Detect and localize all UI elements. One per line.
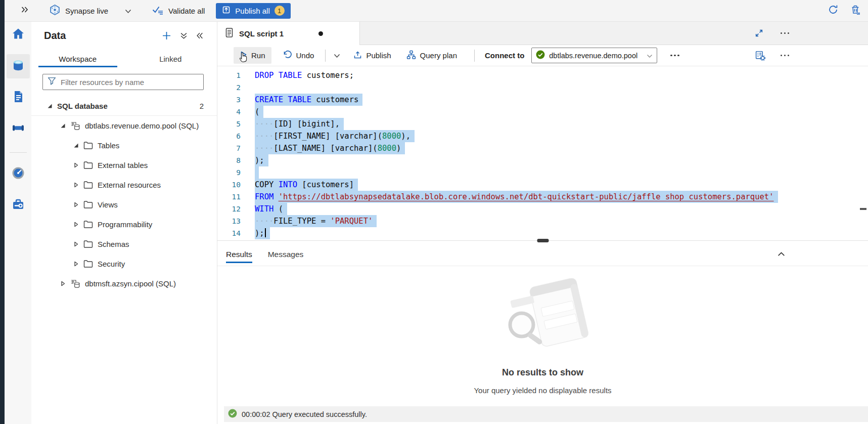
- run-options-chevron-button[interactable]: [331, 48, 343, 63]
- code-line[interactable]: 4(: [217, 106, 868, 118]
- tree-item-dbtlabs-revenue-demo-pool-sql[interactable]: dbtlabs.revenue.demo.pool (SQL): [31, 116, 217, 136]
- code-line-content[interactable]: (: [255, 106, 263, 118]
- code-line-content[interactable]: ····FILE_TYPE = 'PARQUET': [255, 215, 377, 227]
- tab-more-actions-button[interactable]: [776, 28, 794, 38]
- activity-item-integrate[interactable]: [7, 117, 30, 141]
- activity-item-develop[interactable]: [7, 86, 30, 110]
- tree-item-dbtmsft-azsyn-cipool-sql[interactable]: dbtmsft.azsyn.cipool (SQL): [31, 274, 217, 293]
- code-line[interactable]: 9: [217, 166, 868, 179]
- line-number[interactable]: 14: [217, 227, 241, 239]
- code-line-content[interactable]: [255, 166, 259, 179]
- line-number[interactable]: 13: [217, 215, 241, 227]
- line-number[interactable]: 4: [217, 106, 241, 118]
- code-line-content[interactable]: WITH (: [255, 203, 287, 215]
- expanded-twisty-icon[interactable]: [73, 143, 79, 148]
- tree-item-external-resources[interactable]: External resources: [31, 175, 217, 195]
- code-line-content[interactable]: ····[LAST_NAME] [varchar](8000): [255, 142, 405, 154]
- code-line-content[interactable]: );: [255, 227, 270, 239]
- code-line[interactable]: 14);: [217, 227, 868, 239]
- tab-sql-script-1[interactable]: SQL script 1: [217, 22, 360, 45]
- tab-messages[interactable]: Messages: [268, 243, 304, 266]
- tree-item-views[interactable]: Views: [31, 195, 217, 215]
- tree-item-security[interactable]: Security: [31, 254, 217, 274]
- tab-linked[interactable]: Linked: [124, 50, 217, 67]
- tab-results[interactable]: Results: [226, 243, 252, 266]
- tab-workspace[interactable]: Workspace: [31, 50, 124, 67]
- code-line[interactable]: 13····FILE_TYPE = 'PARQUET': [217, 215, 868, 227]
- query-plan-button[interactable]: Query plan: [400, 47, 463, 65]
- activity-item-data[interactable]: [7, 54, 30, 78]
- code-line-content[interactable]: ····[FIRST_NAME] [varchar](8000),: [255, 130, 415, 142]
- filter-resources-input[interactable]: [61, 78, 199, 87]
- tree-item-schemas[interactable]: Schemas: [31, 234, 217, 254]
- line-number[interactable]: 6: [217, 130, 241, 142]
- synapse-live-dropdown[interactable]: Synapse live: [49, 4, 131, 17]
- code-line-content[interactable]: COPY INTO [customers]: [255, 179, 358, 191]
- discard-all-button[interactable]: [848, 3, 863, 18]
- line-number[interactable]: 7: [217, 142, 241, 154]
- code-line-content[interactable]: ····[ID] [bigint],: [255, 118, 344, 130]
- line-number[interactable]: 9: [217, 166, 241, 179]
- code-line[interactable]: 5····[ID] [bigint],: [217, 118, 868, 130]
- code-line-content[interactable]: );: [255, 154, 268, 166]
- code-line-content[interactable]: FROM 'https://dbtlabsynapsedatalake.blob…: [255, 191, 778, 203]
- activity-item-home[interactable]: [7, 23, 30, 47]
- tree-item-programmability[interactable]: Programmability: [31, 215, 217, 234]
- collapsed-twisty-icon[interactable]: [60, 281, 66, 286]
- tree-item-tables[interactable]: Tables: [31, 136, 217, 155]
- collapsed-twisty-icon[interactable]: [73, 222, 79, 227]
- validate-check-icon: [152, 5, 164, 17]
- collapse-all-button[interactable]: [180, 32, 188, 39]
- publish-label: Publish: [366, 51, 391, 60]
- line-number[interactable]: 10: [217, 179, 241, 191]
- code-line[interactable]: 8);: [217, 154, 868, 166]
- folder-icon: [83, 142, 93, 149]
- collapsed-twisty-icon[interactable]: [73, 241, 79, 247]
- code-line[interactable]: 10COPY INTO [customers]: [217, 179, 868, 191]
- toolbar-more-button[interactable]: [666, 51, 683, 61]
- undo-button[interactable]: Undo: [277, 47, 321, 64]
- collapsed-twisty-icon[interactable]: [73, 261, 79, 267]
- expanded-twisty-icon[interactable]: [47, 103, 53, 109]
- code-line[interactable]: 1DROP TABLE customers;: [217, 69, 868, 81]
- line-number[interactable]: 8: [217, 154, 241, 166]
- sql-code-editor[interactable]: 1DROP TABLE customers;23CREATE TABLE cus…: [217, 66, 868, 240]
- activity-item-manage[interactable]: [7, 193, 30, 218]
- collapse-results-button[interactable]: [777, 250, 786, 259]
- tree-item-external-tables[interactable]: External tables: [31, 155, 217, 175]
- activity-item-monitor[interactable]: [7, 162, 30, 186]
- code-line[interactable]: 7····[LAST_NAME] [varchar](8000): [217, 142, 868, 154]
- script-properties-button[interactable]: [755, 50, 765, 61]
- editor-results-sash[interactable]: [217, 240, 868, 243]
- code-line[interactable]: 11FROM 'https://dbtlabsynapsedatalake.bl…: [217, 191, 868, 203]
- code-line[interactable]: 3CREATE TABLE customers: [217, 94, 868, 106]
- results-panel-resize-handle[interactable]: [537, 239, 549, 242]
- editor-more-actions-button[interactable]: [776, 51, 794, 61]
- collapse-panel-button[interactable]: [196, 32, 204, 39]
- tree-item-sql-database[interactable]: SQL database2: [31, 96, 217, 116]
- line-number[interactable]: 3: [217, 94, 241, 106]
- expand-editor-button[interactable]: [755, 29, 763, 37]
- line-number[interactable]: 1: [217, 69, 241, 81]
- publish-all-button[interactable]: Publish all 1: [216, 3, 290, 19]
- code-line-content[interactable]: CREATE TABLE customers: [255, 94, 362, 106]
- collapsed-twisty-icon[interactable]: [73, 162, 79, 168]
- code-line-content[interactable]: DROP TABLE customers;: [255, 69, 354, 81]
- add-resource-button[interactable]: [162, 31, 171, 40]
- code-line[interactable]: 12WITH (: [217, 203, 868, 215]
- validate-all-button[interactable]: Validate all: [152, 5, 205, 17]
- code-line[interactable]: 6····[FIRST_NAME] [varchar](8000),: [217, 130, 868, 142]
- code-line[interactable]: 2: [217, 81, 868, 94]
- expand-panel-button[interactable]: [19, 6, 31, 15]
- line-number[interactable]: 2: [217, 81, 241, 94]
- connect-to-pool-dropdown[interactable]: dbtlabs.revenue.demo.pool: [531, 48, 657, 63]
- line-number[interactable]: 11: [217, 191, 241, 203]
- refresh-button[interactable]: [826, 3, 841, 18]
- collapsed-twisty-icon[interactable]: [73, 182, 79, 188]
- collapsed-twisty-icon[interactable]: [73, 202, 79, 207]
- line-number[interactable]: 5: [217, 118, 241, 130]
- line-number[interactable]: 12: [217, 203, 241, 215]
- publish-button[interactable]: Publish: [347, 47, 397, 64]
- tree-item-label: External resources: [98, 181, 161, 189]
- expanded-twisty-icon[interactable]: [60, 123, 66, 129]
